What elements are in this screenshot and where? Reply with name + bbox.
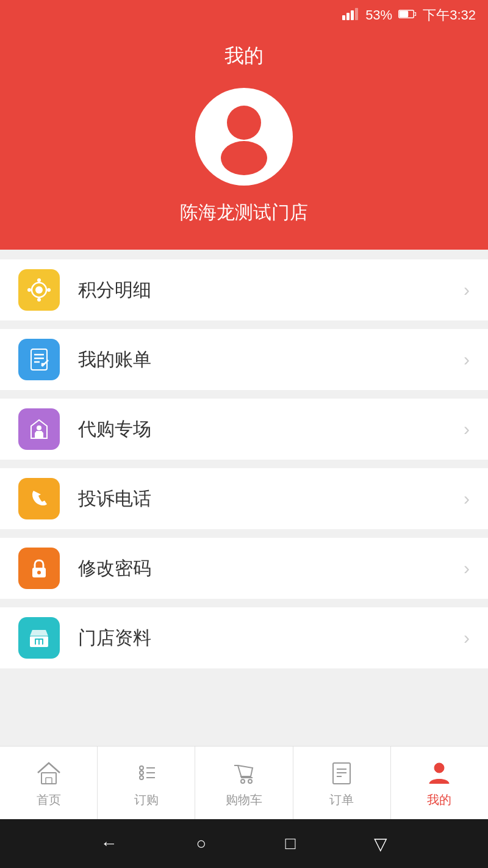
- svg-point-7: [221, 141, 267, 175]
- svg-point-9: [35, 286, 43, 294]
- nav-cart-label: 购物车: [226, 792, 262, 808]
- nav-orders-label: 订单: [329, 792, 354, 808]
- svg-rect-5: [400, 11, 408, 16]
- avatar[interactable]: [195, 88, 293, 186]
- password-label: 修改密码: [78, 556, 464, 581]
- svg-rect-2: [351, 10, 354, 20]
- menu-list: 积分明细 › 我的账单 › 代购专场 ›: [0, 250, 488, 746]
- phone-icon: [18, 478, 60, 519]
- svg-point-30: [140, 766, 143, 770]
- order-icon: [131, 758, 162, 788]
- chevron-icon: ›: [464, 349, 470, 370]
- svg-point-11: [37, 298, 41, 302]
- proxy-label: 代购专场: [78, 417, 464, 442]
- proxy-icon: [18, 408, 60, 450]
- nav-mine[interactable]: 我的: [391, 747, 488, 819]
- menu-item-bill[interactable]: 我的账单 ›: [0, 329, 488, 390]
- points-label: 积分明细: [78, 278, 464, 303]
- battery-percent: 53%: [365, 7, 392, 23]
- store-icon: [18, 617, 60, 659]
- nav-cart[interactable]: 购物车: [195, 747, 293, 819]
- svg-rect-14: [31, 349, 47, 370]
- orders-icon: [326, 758, 357, 788]
- signal-icon: [342, 8, 359, 23]
- nav-home[interactable]: 首页: [0, 747, 98, 819]
- battery-icon: [398, 9, 417, 23]
- menu-item-store[interactable]: 门店资料 ›: [0, 607, 488, 668]
- svg-point-22: [37, 571, 41, 574]
- recent-button[interactable]: □: [285, 834, 296, 853]
- mine-icon: [424, 758, 454, 788]
- svg-point-32: [140, 776, 143, 779]
- svg-point-31: [140, 771, 143, 775]
- system-bar: ← ○ □ ▽: [0, 819, 488, 868]
- svg-point-36: [241, 779, 245, 783]
- svg-point-10: [37, 278, 41, 282]
- chevron-icon: ›: [464, 558, 470, 579]
- svg-rect-25: [36, 640, 38, 645]
- svg-rect-0: [342, 15, 345, 20]
- svg-rect-3: [355, 8, 358, 20]
- bill-icon: [18, 339, 60, 380]
- svg-point-12: [27, 288, 31, 292]
- svg-point-13: [47, 288, 51, 292]
- chevron-icon: ›: [464, 419, 470, 439]
- svg-point-20: [37, 425, 41, 430]
- menu-item-complaint[interactable]: 投诉电话 ›: [0, 468, 488, 529]
- menu-item-password[interactable]: 修改密码 ›: [0, 538, 488, 599]
- lock-icon: [18, 548, 60, 589]
- menu-button[interactable]: ▽: [374, 834, 387, 854]
- profile-header: 我的 陈海龙测试门店: [0, 31, 488, 250]
- nav-order[interactable]: 订购: [98, 747, 195, 819]
- nav-mine-label: 我的: [427, 792, 451, 808]
- svg-rect-26: [40, 640, 42, 645]
- bill-label: 我的账单: [78, 347, 464, 372]
- complaint-label: 投诉电话: [78, 486, 464, 512]
- avatar-image: [204, 97, 284, 176]
- chevron-icon: ›: [464, 280, 470, 300]
- bottom-navigation: 首页 订购 购物车: [0, 746, 488, 819]
- nav-order-label: 订购: [134, 792, 159, 808]
- points-icon: [18, 269, 60, 311]
- svg-rect-29: [46, 778, 52, 784]
- chevron-icon: ›: [464, 488, 470, 509]
- time-display: 下午3:32: [423, 6, 476, 24]
- status-bar: 53% 下午3:32: [0, 0, 488, 31]
- home-icon: [34, 758, 64, 788]
- cart-icon: [229, 758, 259, 788]
- chevron-icon: ›: [464, 627, 470, 648]
- back-button[interactable]: ←: [101, 834, 118, 853]
- menu-item-points[interactable]: 积分明细 ›: [0, 259, 488, 320]
- svg-point-42: [434, 763, 444, 773]
- nav-orders[interactable]: 订单: [293, 747, 391, 819]
- page-title: 我的: [224, 43, 264, 70]
- svg-rect-1: [346, 13, 350, 20]
- svg-point-6: [227, 106, 261, 140]
- username-label: 陈海龙测试门店: [180, 200, 308, 225]
- home-button[interactable]: ○: [196, 834, 207, 853]
- store-label: 门店资料: [78, 626, 464, 651]
- svg-rect-28: [41, 773, 56, 784]
- svg-point-37: [248, 779, 252, 783]
- menu-item-proxy[interactable]: 代购专场 ›: [0, 399, 488, 460]
- nav-home-label: 首页: [37, 792, 61, 808]
